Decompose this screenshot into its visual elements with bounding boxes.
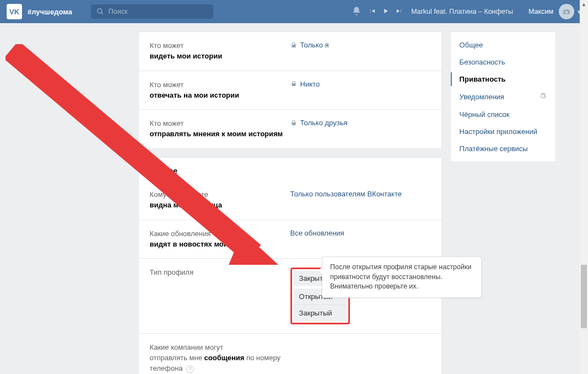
play-icon[interactable] xyxy=(382,7,390,17)
sidebar-item[interactable]: Общее xyxy=(451,36,555,54)
sidebar-item[interactable]: Уведомления xyxy=(451,88,555,106)
username: Максим xyxy=(528,8,553,15)
settings-sidebar: ОбщееБезопасностьПриватностьУведомленияЧ… xyxy=(450,31,556,162)
row-value: Только друзья xyxy=(290,119,430,127)
sidebar-item[interactable]: Приватность xyxy=(451,71,555,88)
row-label: Кто можетотправлять мнения к моим истори… xyxy=(150,119,290,140)
row-value: Только я xyxy=(290,41,430,49)
help-icon[interactable]: ? xyxy=(186,365,194,373)
privacy-row[interactable]: Какие обновлениявидят в новостях мои дру… xyxy=(139,220,441,259)
current-track[interactable]: Markul feat. Платина – Конфеты xyxy=(411,8,513,15)
row-label: Кто можетотвечать на мои истории xyxy=(150,80,290,101)
top-header: VK #лучшедома Markul feat. Платина – Кон… xyxy=(0,0,588,23)
row-label: Кто можетвидеть мои истории xyxy=(150,41,290,62)
sidebar-item[interactable]: Платёжные сервисы xyxy=(451,140,555,157)
privacy-row[interactable]: Кто можетвидеть мои историиТолько я xyxy=(139,32,441,71)
camera-icon xyxy=(563,8,570,15)
sidebar-item[interactable]: Настройки приложений xyxy=(451,123,555,140)
row-label: Какие обновлениявидят в новостях мои дру… xyxy=(150,229,290,250)
privacy-section-stories: Кто можетвидеть мои историиТолько яКто м… xyxy=(138,31,442,149)
music-player: Markul feat. Платина – Конфеты xyxy=(366,7,513,17)
header-hashtag[interactable]: #лучшедома xyxy=(28,8,72,16)
privacy-row[interactable]: Кто можетотправлять мнения к моим истори… xyxy=(139,109,441,148)
profile-type-tooltip: После открытия профиля старые настройки … xyxy=(322,257,482,298)
row-value: Все обновления xyxy=(290,229,430,237)
vk-logo[interactable]: VK xyxy=(7,4,22,19)
search-icon xyxy=(96,8,104,15)
prev-track-icon[interactable] xyxy=(369,7,376,17)
search-input[interactable] xyxy=(109,8,208,15)
privacy-row[interactable]: Кому в интернетевидна моя страницаТолько… xyxy=(139,181,441,220)
row-value: Никто xyxy=(290,80,430,88)
privacy-row[interactable]: Кто можетотвечать на мои историиНикто xyxy=(139,71,441,110)
settings-content: Кто можетвидеть мои историиТолько яКто м… xyxy=(138,31,442,374)
scroll-up-icon[interactable]: ▲ xyxy=(580,0,588,8)
page-scrollbar[interactable]: ▲ xyxy=(580,0,588,374)
notifications-icon[interactable] xyxy=(352,6,362,18)
dropdown-option[interactable]: Закрытый xyxy=(294,304,347,321)
next-track-icon[interactable] xyxy=(395,7,403,17)
row-label: Тип профиля xyxy=(150,268,290,278)
lock-icon xyxy=(290,120,297,126)
row-label: Кому в интернетевидна моя страница xyxy=(150,190,290,211)
search-box[interactable] xyxy=(91,4,213,19)
sidebar-item[interactable]: Чёрный список xyxy=(451,106,555,123)
avatar xyxy=(559,4,574,19)
sidebar-item[interactable]: Безопасность xyxy=(451,54,555,71)
svg-line-1 xyxy=(101,13,103,14)
lock-icon xyxy=(290,81,297,87)
lock-icon xyxy=(290,42,297,49)
row-label: Какие компании могут отправлять мне сооб… xyxy=(150,343,290,374)
row-company-messages[interactable]: Какие компании могут отправлять мне сооб… xyxy=(139,333,441,374)
section-title: Прочее xyxy=(139,158,441,181)
scroll-thumb[interactable] xyxy=(581,265,587,328)
row-value: Только пользователям ВКонтакте xyxy=(290,190,430,198)
gear-icon[interactable] xyxy=(539,92,547,101)
user-menu[interactable]: Максим ▾ xyxy=(528,4,581,19)
svg-point-0 xyxy=(98,9,102,13)
